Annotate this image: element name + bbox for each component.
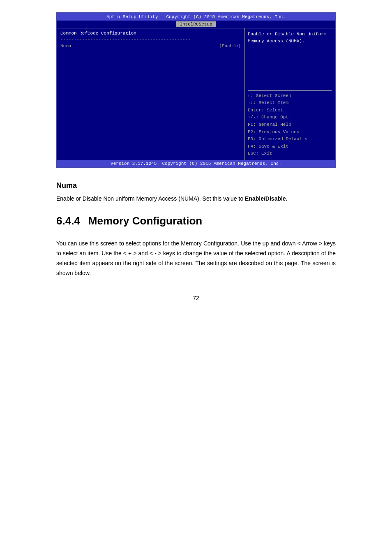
bios-numa-value: [Enable] [219, 44, 241, 49]
doc-numa-body-text: Enable or Disable Non uniform Memory Acc… [56, 195, 245, 202]
doc-section: Numa Enable or Disable Non uniform Memor… [56, 181, 336, 278]
page-wrapper: Aptio Setup Utility - Copyright (C) 2015… [0, 0, 392, 318]
shortcut-select-item: ↑↓: Select Item [248, 99, 332, 107]
shortcut-select-screen: ↔: Select Screen [248, 92, 332, 100]
bios-title-text: Aptio Setup Utility - Copyright (C) 2015… [106, 14, 286, 19]
doc-section-heading: 6.4.4 Memory Configuration [56, 215, 336, 233]
bios-numa-label: Numa [60, 44, 71, 49]
bios-tab-bar: IntelRCSetup [57, 21, 335, 28]
bios-shortcuts: ↔: Select Screen ↑↓: Select Item Enter: … [248, 92, 332, 157]
page-number: 72 [193, 295, 199, 301]
bios-content-area: Common RefCode Configuration -----------… [57, 28, 335, 160]
bios-section-title: Common RefCode Configuration [60, 31, 241, 36]
bios-footer: Version 2.17.1245. Copyright (C) 2015 Am… [57, 160, 335, 167]
shortcut-f4: F4: Save & Exit [248, 143, 332, 150]
bios-left-panel: Common RefCode Configuration -----------… [57, 28, 244, 160]
doc-numa-body: Enable or Disable Non uniform Memory Acc… [56, 194, 336, 203]
doc-section-number: 6.4.4 [56, 215, 80, 227]
doc-numa-body-bold: Enable/Disable. [245, 195, 287, 202]
shortcut-change: +/-: Change Opt. [248, 114, 332, 121]
bios-spacer [248, 46, 332, 89]
bios-numa-row[interactable]: Numa [Enable] [60, 43, 241, 49]
shortcut-f3: F3: Optimized Defaults [248, 136, 332, 143]
shortcut-f2: F2: Previous Values [248, 129, 332, 136]
doc-numa-heading: Numa [56, 181, 336, 190]
bios-screen: Aptio Setup Utility - Copyright (C) 2015… [56, 12, 336, 168]
shortcut-enter: Enter: Select [248, 107, 332, 114]
bios-right-panel: Enable or Disable Non Uniform Memory Acc… [244, 28, 335, 160]
bios-title-bar: Aptio Setup Utility - Copyright (C) 2015… [57, 13, 335, 21]
doc-section-title-text: Memory Configuration [88, 215, 202, 227]
shortcut-f1: F1: General Help [248, 121, 332, 129]
doc-section-body: You can use this screen to select option… [56, 239, 336, 278]
bios-help-divider [248, 90, 332, 91]
shortcut-esc: ESC: Exit [248, 150, 332, 157]
bios-divider: ----------------------------------------… [60, 37, 241, 42]
bios-active-tab[interactable]: IntelRCSetup [176, 21, 215, 27]
bios-help-text: Enable or Disable Non Uniform Memory Acc… [248, 31, 332, 44]
